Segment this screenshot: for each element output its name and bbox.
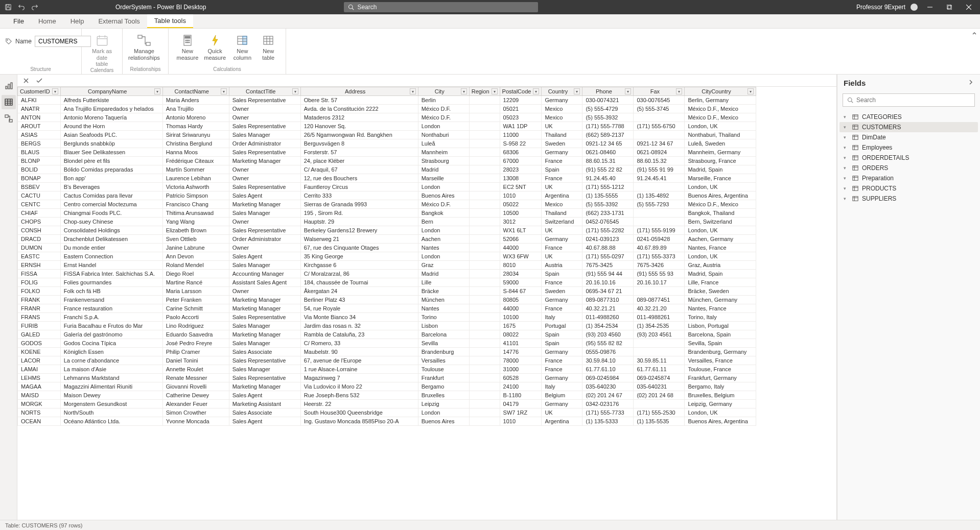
cell[interactable]: (171) 555-7733 [582, 408, 634, 417]
cell[interactable]: Argentina [542, 191, 582, 200]
cell[interactable]: LACOR [18, 356, 61, 365]
cell[interactable]: Marseille, France [685, 174, 756, 183]
column-header-country[interactable]: Country▾ [542, 87, 582, 96]
cell[interactable]: 030-0076545 [634, 96, 685, 105]
table-row[interactable]: ASIASAsian Seafoods PLC.Sirirat Sriwarun… [18, 131, 756, 139]
cell[interactable]: La corne d'abondance [60, 356, 162, 365]
cell[interactable] [634, 287, 685, 296]
cell[interactable]: Sales Representative [229, 313, 300, 322]
cell[interactable] [469, 356, 500, 365]
cell[interactable]: 54, rue Royale [300, 304, 418, 313]
cell[interactable]: 1675 [500, 322, 542, 330]
cell[interactable] [469, 348, 500, 356]
cell[interactable]: Owner [229, 105, 300, 113]
filter-dropdown-icon[interactable]: ▾ [154, 88, 160, 94]
cell[interactable]: (662) 589-2137 [582, 131, 634, 139]
cell[interactable]: (91) 555 91 99 [634, 165, 685, 174]
table-row[interactable]: GODOSGodos Cocina TípicaJosé Pedro Freyr… [18, 339, 756, 348]
cell[interactable]: Rue Joseph-Bens 532 [300, 391, 418, 400]
cell[interactable]: Strasbourg [418, 157, 469, 165]
table-row[interactable]: CENTCCentro comercial MoctezumaFrancisco… [18, 200, 756, 209]
cell[interactable]: (02) 201 24 67 [582, 391, 634, 400]
cell[interactable]: (171) 555-7788 [582, 122, 634, 131]
cell[interactable]: México D.F. [418, 105, 469, 113]
cell[interactable]: OCEAN [18, 417, 61, 426]
cell[interactable] [634, 218, 685, 226]
cell[interactable]: (1) 135-5555 [582, 191, 634, 200]
cell[interactable]: Austria [542, 261, 582, 270]
cell[interactable]: (5) 555-3745 [634, 105, 685, 113]
cell[interactable]: Mexico [542, 200, 582, 209]
column-header-fax[interactable]: Fax▾ [634, 87, 685, 96]
cell[interactable]: Bern [418, 218, 469, 226]
cell[interactable]: (1) 135-5535 [634, 417, 685, 426]
cell[interactable]: 20.16.10.17 [634, 278, 685, 287]
cell[interactable]: 52066 [500, 235, 542, 244]
cell[interactable]: 20.16.10.16 [582, 278, 634, 287]
cell[interactable]: Franchi S.p.A. [60, 313, 162, 322]
table-row[interactable]: BSBEVB's BeveragesVictoria AshworthSales… [18, 183, 756, 191]
cell[interactable]: Owner [229, 174, 300, 183]
user-name[interactable]: Professor 9Expert [856, 4, 905, 11]
cell[interactable]: Barcelona [418, 330, 469, 339]
cell[interactable]: México D.F. [418, 200, 469, 209]
cell[interactable]: México D.F., Mexico [685, 200, 756, 209]
cell[interactable]: CONSH [18, 226, 61, 235]
cell[interactable]: Berlin [418, 96, 469, 105]
table-row[interactable]: ANTONAntonio Moreno TaqueríaAntonio More… [18, 113, 756, 122]
cell[interactable]: 035-640231 [634, 382, 685, 391]
cell[interactable]: FURIB [18, 322, 61, 330]
cell[interactable]: 30.59.84.10 [582, 356, 634, 365]
cell[interactable]: Owner [229, 113, 300, 122]
cell[interactable]: Consolidated Holdings [60, 226, 162, 235]
cell[interactable]: Mataderos 2312 [300, 113, 418, 122]
cell[interactable]: 40.32.21.21 [582, 304, 634, 313]
cell[interactable]: 0342-023176 [582, 400, 634, 408]
mark-as-date-table-button[interactable]: Mark as date table [87, 32, 117, 67]
cell[interactable]: 089-0877451 [634, 296, 685, 304]
cell[interactable]: Ann Devon [162, 252, 229, 261]
cell[interactable] [469, 157, 500, 165]
cell[interactable]: Hanna Moos [162, 148, 229, 157]
cell[interactable]: (02) 201 24 68 [634, 391, 685, 400]
close-button[interactable] [962, 0, 976, 14]
data-table[interactable]: CustomerID▾CompanyName▾ContactName▾Conta… [17, 87, 756, 426]
cell[interactable]: C/ Araquil, 67 [300, 165, 418, 174]
cell[interactable]: UK [542, 122, 582, 131]
cell[interactable]: Via Ludovico il Moro 22 [300, 382, 418, 391]
user-avatar-icon[interactable] [911, 4, 918, 11]
column-header-city[interactable]: City▾ [418, 87, 469, 96]
cell[interactable]: Germany [542, 148, 582, 157]
cell[interactable]: CACTU [18, 191, 61, 200]
cell[interactable] [634, 183, 685, 191]
cell[interactable]: Giovanni Rovelli [162, 382, 229, 391]
file-tab[interactable]: File [6, 14, 31, 28]
cell[interactable]: Sales Manager [229, 322, 300, 330]
cell[interactable]: Marseille [418, 174, 469, 183]
cell[interactable]: Luleå [418, 139, 469, 148]
cell[interactable]: Alfreds Futterkiste [60, 96, 162, 105]
cell[interactable] [469, 165, 500, 174]
cell[interactable] [469, 226, 500, 235]
cell[interactable]: 40.67.89.89 [634, 244, 685, 252]
global-search[interactable]: Search [344, 2, 538, 12]
cell[interactable]: (1) 135-5333 [582, 417, 634, 426]
filter-dropdown-icon[interactable]: ▾ [292, 88, 298, 94]
ribbon-tab-external-tools[interactable]: External Tools [91, 14, 147, 28]
cell[interactable]: 05021 [500, 105, 542, 113]
cell[interactable]: Order Administrator [229, 139, 300, 148]
cell[interactable]: Du monde entier [60, 244, 162, 252]
cell[interactable]: Yang Wang [162, 218, 229, 226]
cell[interactable]: Carine Schmitt [162, 304, 229, 313]
filter-dropdown-icon[interactable]: ▾ [221, 88, 227, 94]
cell[interactable]: London [418, 252, 469, 261]
cell[interactable]: CHOPS [18, 218, 61, 226]
cell[interactable]: Berguvsvägen 8 [300, 139, 418, 148]
cell[interactable] [469, 174, 500, 183]
cell[interactable]: 0695-34 67 21 [582, 287, 634, 296]
cell[interactable]: BSBEV [18, 183, 61, 191]
cell[interactable] [634, 113, 685, 122]
cell[interactable]: Francisco Chang [162, 200, 229, 209]
table-row[interactable]: BLONPBlondel père et filsFrédérique Cite… [18, 157, 756, 165]
cell[interactable]: (171) 555-9199 [634, 226, 685, 235]
